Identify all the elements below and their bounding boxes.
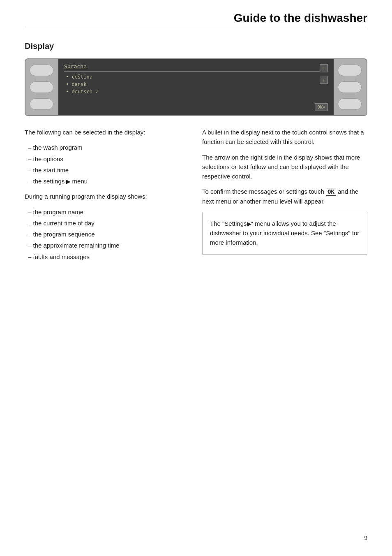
bullet-text: A bullet in the display next to the touc… bbox=[202, 127, 367, 147]
display-panel: Sprache ▶ • čeština • dansk • deutsch ✓ … bbox=[25, 58, 367, 116]
info-box: The "Settings▶" menu allows you to adjus… bbox=[202, 212, 367, 255]
screen-item-1: • čeština bbox=[64, 74, 328, 80]
panel-left-buttons bbox=[25, 59, 58, 115]
page-number: 9 bbox=[364, 535, 367, 541]
section-title: Display bbox=[25, 42, 367, 51]
touch-button-3[interactable] bbox=[30, 98, 53, 110]
info-settings-icon: ▶ bbox=[247, 220, 251, 228]
list-item-faults: faults and messages bbox=[25, 252, 190, 262]
touch-button-5[interactable] bbox=[338, 81, 362, 93]
display-screen: Sprache ▶ • čeština • dansk • deutsch ✓ … bbox=[58, 59, 334, 115]
page-header: Guide to the dishwasher bbox=[0, 0, 392, 29]
list-item-program-sequence: the program sequence bbox=[25, 229, 190, 239]
panel-right-buttons bbox=[334, 59, 367, 115]
page-content: Display Sprache ▶ • čeština • dansk • de… bbox=[0, 29, 392, 296]
screen-arrow-down-icon[interactable]: ↓ bbox=[320, 76, 328, 84]
arrow-text: The arrow on the right side in the displ… bbox=[202, 153, 367, 181]
ok-icon-inline: OK bbox=[326, 188, 336, 196]
screen-title-text: Sprache bbox=[64, 63, 87, 70]
touch-button-1[interactable] bbox=[30, 65, 53, 76]
touch-button-6[interactable] bbox=[338, 98, 362, 110]
list-item-current-time: the current time of day bbox=[25, 218, 190, 228]
ok-confirm-text: To confirm these messages or settings to… bbox=[202, 187, 367, 206]
info-box-text-before: The "Settings bbox=[210, 220, 247, 227]
two-col-layout: The following can be selected in the dis… bbox=[25, 127, 367, 263]
screen-item-3: • deutsch ✓ bbox=[64, 89, 328, 95]
settings-icon-inline: ▶ bbox=[66, 178, 70, 186]
touch-button-4[interactable] bbox=[338, 65, 362, 76]
page-title: Guide to the dishwasher bbox=[25, 12, 367, 25]
list-item-start-time: the start time bbox=[25, 165, 190, 175]
list-item-options: the options bbox=[25, 154, 190, 164]
screen-item-2: • dansk bbox=[64, 81, 328, 87]
intro-text: The following can be selected in the dis… bbox=[25, 127, 190, 137]
screen-ok-button[interactable]: OK• bbox=[315, 103, 328, 111]
running-intro-text: During a running program the display sho… bbox=[25, 192, 190, 201]
list-item-remaining-time: the approximate remaining time bbox=[25, 241, 190, 250]
touch-button-2[interactable] bbox=[30, 81, 53, 93]
col-right: A bullet in the display next to the touc… bbox=[202, 127, 367, 263]
col-left: The following can be selected in the dis… bbox=[25, 127, 190, 263]
screen-arrow-up-icon[interactable]: ↑ bbox=[320, 64, 328, 72]
screen-right-icons: ↑ ↓ bbox=[320, 64, 328, 84]
list-item-wash-program: the wash program bbox=[25, 143, 190, 152]
running-program-section: During a running program the display sho… bbox=[25, 192, 190, 262]
list-item-program-name: the program name bbox=[25, 207, 190, 217]
list-item-settings-menu: the settings ▶ menu bbox=[25, 176, 190, 186]
screen-title-row: Sprache ▶ bbox=[64, 63, 328, 72]
